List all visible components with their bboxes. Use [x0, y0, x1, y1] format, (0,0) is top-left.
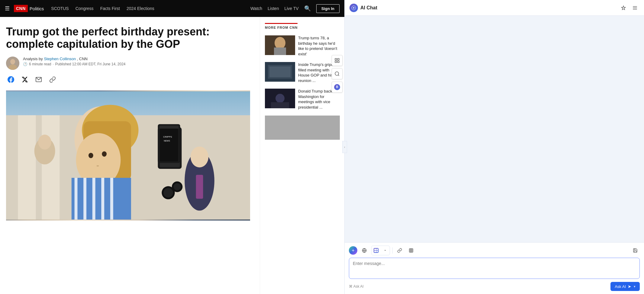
share-bar	[6, 75, 250, 84]
brainy-header: AI Chat	[345, 0, 644, 16]
avatar	[6, 57, 19, 70]
pin-icon[interactable]	[619, 4, 628, 12]
share-link-icon[interactable]	[48, 75, 57, 84]
brainy-header-icons	[619, 4, 639, 12]
brainy-input-footer: ⌘ Ask AI Ask AI ➤ ▾	[349, 282, 640, 291]
svg-rect-54	[265, 116, 340, 140]
svg-point-1	[10, 59, 15, 64]
article-meta: Analysis by Stephen Collinson , CNN 🕐 6 …	[6, 57, 250, 70]
save-button[interactable]	[631, 246, 640, 255]
model-dropdown-button[interactable]	[381, 246, 390, 255]
svg-rect-30	[159, 129, 178, 161]
model-icon-button[interactable]	[372, 246, 381, 255]
meta-byline: Analysis by Stephen Collinson , CNN	[23, 57, 126, 61]
sidebar-story-2[interactable]: Inside Trump's gripe-filled meeting with…	[265, 62, 340, 83]
svg-rect-40	[274, 47, 286, 55]
toolbar-divider	[392, 247, 393, 253]
web-search-button[interactable]	[360, 246, 369, 255]
ask-ai-button[interactable]: Ask AI ➤ ▾	[610, 282, 640, 291]
author-link[interactable]: Stephen Collinson	[44, 57, 76, 61]
svg-rect-17	[75, 178, 78, 220]
signin-button[interactable]: Sign In	[316, 4, 340, 13]
svg-point-13	[89, 153, 93, 158]
nav-link-scotus[interactable]: SCOTUS	[51, 6, 69, 11]
send-icon: ➤	[628, 284, 631, 289]
brainy-toolbar	[349, 246, 640, 255]
cnn-logo[interactable]: CNN	[14, 5, 28, 12]
share-twitter-icon[interactable]	[20, 75, 30, 84]
nav-link-2024-elections[interactable]: 2024 Elections	[127, 6, 154, 11]
svg-rect-47	[335, 58, 336, 60]
svg-rect-49	[335, 61, 336, 62]
brainy-chat-area	[345, 16, 644, 242]
svg-rect-7	[18, 115, 36, 220]
svg-point-45	[275, 94, 285, 103]
brainy-panel: AI Chat	[344, 0, 644, 294]
article-image-placeholder: CRIPPS NEWS	[6, 90, 250, 220]
svg-rect-20	[101, 178, 104, 220]
link-insert-button[interactable]	[395, 246, 404, 255]
svg-line-52	[338, 75, 339, 76]
nav-livetv-link[interactable]: Live TV	[284, 6, 298, 11]
plus-button[interactable]	[349, 246, 357, 255]
table-insert-button[interactable]	[407, 246, 416, 255]
share-facebook-icon[interactable]	[6, 75, 16, 84]
meta-text: Analysis by Stephen Collinson , CNN 🕐 6 …	[23, 57, 126, 66]
sidebar-story-thumb-3	[265, 89, 295, 108]
article-title: Trump got the perfect birthday present: …	[6, 25, 250, 51]
more-from-cnn-label: MORE FROM CNN	[265, 23, 298, 31]
svg-rect-48	[338, 58, 339, 60]
sidebar-bottom-image	[265, 116, 340, 140]
article-content: Trump got the perfect birthday present: …	[0, 17, 344, 294]
svg-point-34	[38, 135, 51, 149]
nav-link-congress[interactable]: Congress	[76, 6, 94, 11]
svg-point-36	[191, 146, 208, 167]
share-email-icon[interactable]	[34, 75, 43, 84]
hamburger-menu[interactable]: ☰	[5, 5, 10, 12]
ask-ai-text: Ask AI	[615, 284, 626, 289]
nav-right-links: Watch Listen Live TV 🔍 Sign In	[250, 4, 340, 13]
sidebar-story-1[interactable]: Trump turns 78, a birthday he says he'd …	[265, 35, 340, 57]
svg-rect-8	[42, 115, 60, 220]
search-icon[interactable]: 🔍	[304, 5, 311, 12]
article-image: CRIPPS NEWS	[6, 90, 250, 220]
published-date: Published 12:00 AM EDT, Fri June 14, 202…	[55, 62, 126, 66]
svg-rect-43	[269, 67, 291, 77]
svg-text:CRIPPS: CRIPPS	[163, 136, 172, 138]
svg-rect-19	[92, 178, 95, 220]
separator: ·	[53, 62, 53, 66]
author-org: , CNN	[77, 57, 88, 61]
svg-point-14	[102, 151, 107, 157]
nav-link-facts-first[interactable]: Facts First	[100, 6, 120, 11]
svg-rect-50	[338, 61, 339, 62]
nav-section-label: Politics	[30, 6, 44, 11]
article-sidebar: MORE FROM CNN Trump turns 78, a birthday…	[260, 17, 344, 294]
nav-listen-link[interactable]: Listen	[268, 6, 279, 11]
nav-watch-link[interactable]: Watch	[250, 6, 262, 11]
sidebar-story-text-1: Trump turns 78, a birthday he says he'd …	[298, 35, 340, 57]
sidebar-search-icon[interactable]	[332, 68, 343, 79]
menu-icon[interactable]	[631, 4, 639, 12]
sidebar-story-thumb-1	[265, 35, 295, 55]
read-time: 6 minute read	[29, 62, 51, 66]
article-main: Trump got the perfect birthday present: …	[0, 17, 260, 294]
svg-point-15	[97, 165, 99, 166]
svg-rect-18	[83, 178, 86, 220]
model-selector-group	[371, 246, 390, 255]
message-input[interactable]	[349, 258, 640, 279]
sidebar-story-3[interactable]: Donald Trump back in Washington for meet…	[265, 89, 340, 110]
analysis-label: Analysis by	[23, 57, 43, 61]
sidebar-ai-icon[interactable]: B	[332, 82, 343, 93]
cnn-navigation: ☰ CNN Politics SCOTUS Congress Facts Fir…	[0, 0, 344, 17]
sidebar-story-thumb-2	[265, 62, 295, 82]
ask-ai-label: ⌘ Ask AI	[349, 284, 364, 289]
svg-rect-37	[196, 175, 203, 199]
nav-links: SCOTUS Congress Facts First 2024 Electio…	[51, 6, 250, 11]
brainy-logo-icon	[349, 4, 358, 12]
svg-text:NEWS: NEWS	[164, 139, 170, 142]
sidebar-list-icon[interactable]	[332, 55, 343, 66]
collapse-arrow[interactable]: ‹	[342, 141, 347, 153]
svg-point-39	[275, 37, 285, 49]
svg-rect-62	[409, 249, 413, 252]
dropdown-arrow: ▾	[634, 285, 636, 289]
